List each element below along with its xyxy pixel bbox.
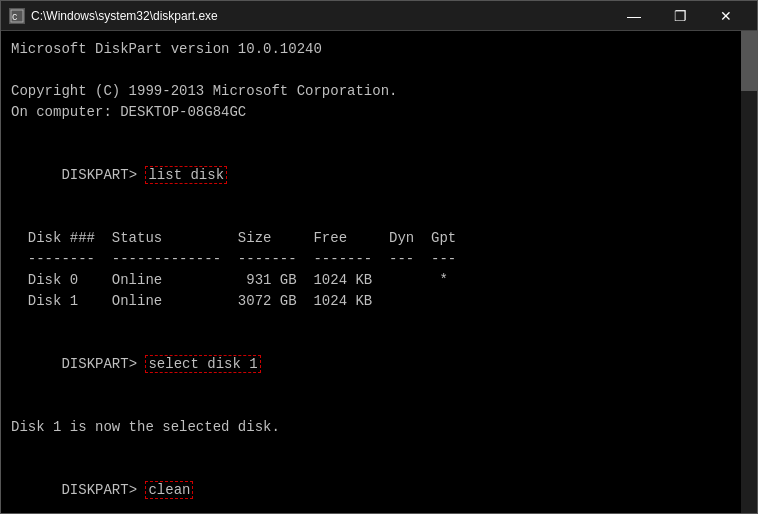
command-1: list disk bbox=[145, 166, 227, 184]
title-bar: C C:\Windows\system32\diskpart.exe — ❐ ✕ bbox=[1, 1, 757, 31]
console-empty-4 bbox=[11, 312, 747, 333]
table-sep: -------- ------------- ------- ------- -… bbox=[11, 249, 747, 270]
prompt-text-1: DISKPART> bbox=[61, 167, 145, 183]
console-prompt-1: DISKPART> list disk bbox=[11, 144, 747, 207]
console-output: Microsoft DiskPart version 10.0.10240 Co… bbox=[1, 31, 757, 513]
svg-text:C: C bbox=[12, 13, 18, 23]
app-icon: C bbox=[9, 8, 25, 24]
console-line-1: Microsoft DiskPart version 10.0.10240 bbox=[11, 39, 747, 60]
command-3: clean bbox=[145, 481, 193, 499]
console-line-3: Copyright (C) 1999-2013 Microsoft Corpor… bbox=[11, 81, 747, 102]
console-empty-1 bbox=[11, 60, 747, 81]
console-empty-5 bbox=[11, 396, 747, 417]
prompt-text-2: DISKPART> bbox=[61, 356, 145, 372]
table-row1: Disk 0 Online 931 GB 1024 KB * bbox=[11, 270, 747, 291]
command-2: select disk 1 bbox=[145, 355, 260, 373]
scrollbar-track[interactable] bbox=[741, 31, 757, 513]
window: C C:\Windows\system32\diskpart.exe — ❐ ✕… bbox=[0, 0, 758, 514]
console-empty-2 bbox=[11, 123, 747, 144]
minimize-button[interactable]: — bbox=[611, 1, 657, 31]
console-prompt-2: DISKPART> select disk 1 bbox=[11, 333, 747, 396]
console-msg-1: Disk 1 is now the selected disk. bbox=[11, 417, 747, 438]
window-controls: — ❐ ✕ bbox=[611, 1, 749, 31]
table-row2: Disk 1 Online 3072 GB 1024 KB bbox=[11, 291, 747, 312]
console-line-4: On computer: DESKTOP-08G84GC bbox=[11, 102, 747, 123]
prompt-text-3: DISKPART> bbox=[61, 482, 145, 498]
console-empty-6 bbox=[11, 438, 747, 459]
scrollbar-thumb[interactable] bbox=[741, 31, 757, 91]
close-button[interactable]: ✕ bbox=[703, 1, 749, 31]
console-empty-3 bbox=[11, 207, 747, 228]
table-header: Disk ### Status Size Free Dyn Gpt bbox=[11, 228, 747, 249]
console-prompt-3: DISKPART> clean bbox=[11, 459, 747, 513]
restore-button[interactable]: ❐ bbox=[657, 1, 703, 31]
window-title: C:\Windows\system32\diskpart.exe bbox=[31, 9, 611, 23]
